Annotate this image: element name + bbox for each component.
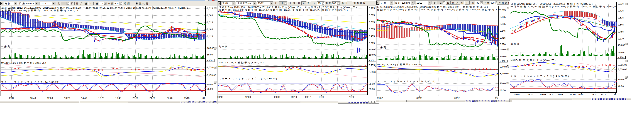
svg-text:8,630.00: 8,630.00 bbox=[500, 72, 509, 75]
svg-text:600: 600 bbox=[332, 2, 336, 5]
svg-text:T: T bbox=[466, 2, 468, 4]
svg-text:8,545: 8,545 bbox=[618, 23, 624, 26]
svg-text:8,815: 8,815 bbox=[618, 2, 624, 5]
svg-text:スロー・ストキャスティクス( 14, 3, 80, 20 ): スロー・ストキャスティクス( 14, 3, 80, 20 ) bbox=[218, 77, 277, 80]
svg-text:分: 分 bbox=[85, 2, 88, 5]
svg-text:8,415: 8,415 bbox=[207, 35, 213, 38]
svg-text:日: 日 bbox=[447, 2, 450, 4]
svg-text:09/07: 09/07 bbox=[514, 93, 520, 96]
svg-text:先物: 先物 bbox=[381, 2, 387, 4]
svg-text:分: 分 bbox=[96, 2, 99, 5]
svg-text:日経225mini 11/12( 5分, 2011/09/0: 日経225mini 11/12( 5分, 2011/09/08 - 2011/0… bbox=[2, 7, 190, 9]
svg-text:20:00: 20:00 bbox=[274, 96, 280, 98]
svg-text:足: 足 bbox=[275, 2, 278, 5]
svg-text:移動平均( Close, 20 ) 移動平均( Clos: 移動平均( Close, 20 ) 移動平均( Close, 5 ) 移動平均(… bbox=[218, 9, 348, 11]
svg-text:150.00: 150.00 bbox=[369, 53, 376, 56]
svg-text:MACD( 12, 26, 9 ) 移動平均( Clos: MACD( 12, 26, 9 ) 移動平均( Close, 75 ) bbox=[377, 63, 422, 66]
svg-text:09/09: 09/09 bbox=[416, 97, 422, 99]
svg-text:× 100: × 100 bbox=[618, 56, 624, 59]
svg-text:先物: 先物 bbox=[5, 2, 11, 5]
svg-text:出来高: 出来高 bbox=[1, 45, 11, 48]
svg-text:本数: 本数 bbox=[326, 2, 332, 5]
svg-text:13:20: 13:20 bbox=[64, 97, 70, 99]
svg-text:一目均衡表( 9, 26, 52 ) 移動平均( Clo: 一目均衡表( 9, 26, 52 ) 移動平均( Close, 150 ) 移動… bbox=[510, 5, 617, 8]
svg-text:T: T bbox=[308, 2, 309, 5]
svg-text:10:40: 10:40 bbox=[30, 97, 36, 99]
svg-text:8,725: 8,725 bbox=[500, 16, 506, 18]
svg-text:8,635: 8,635 bbox=[500, 23, 506, 25]
svg-text:出来高: 出来高 bbox=[218, 45, 228, 48]
svg-text:適用: 適用 bbox=[342, 2, 348, 5]
svg-text:8,535: 8,535 bbox=[369, 28, 375, 31]
svg-text:30: 30 bbox=[476, 2, 479, 4]
svg-text:スロー・ストキャスティクス( 14, 3, 80, 20 ): スロー・ストキャスティクス( 14, 3, 80, 20 ) bbox=[510, 75, 569, 77]
svg-text:適用: 適用 bbox=[124, 2, 130, 5]
svg-text:16:30: 16:30 bbox=[570, 93, 576, 96]
svg-text:550.00: 550.00 bbox=[500, 48, 507, 51]
svg-text:8,370: 8,370 bbox=[500, 43, 506, 46]
svg-text:× 100: × 100 bbox=[500, 60, 506, 62]
svg-text:12:00: 12:00 bbox=[47, 97, 53, 99]
svg-text:09/09: 09/09 bbox=[217, 96, 223, 98]
svg-text:日経225mini 11/12( 15分, 2011/09/: 日経225mini 11/12( 15分, 2011/09/05 - 2011/… bbox=[218, 6, 357, 9]
svg-text:15: 15 bbox=[318, 2, 320, 5]
svg-text:スロー・ストキャスティクス( 14, 3, 80, 20 ): スロー・ストキャスティクス( 14, 3, 80, 20 ) bbox=[1, 81, 60, 83]
svg-text:8,470.00: 8,470.00 bbox=[207, 74, 216, 77]
svg-text:本数: 本数 bbox=[108, 2, 114, 5]
svg-text:× 100: × 100 bbox=[207, 59, 212, 62]
svg-text:8,375: 8,375 bbox=[369, 42, 375, 45]
svg-text:100.00: 100.00 bbox=[500, 82, 507, 85]
svg-text:09/10: 09/10 bbox=[454, 97, 460, 99]
svg-text:週: 週 bbox=[452, 2, 455, 4]
svg-text:8,615: 8,615 bbox=[369, 21, 375, 24]
svg-text:日経225mini: 日経225mini bbox=[395, 2, 410, 4]
svg-text:22:40: 22:40 bbox=[167, 97, 173, 99]
svg-text:21:20: 21:20 bbox=[150, 97, 156, 99]
svg-text:09/13: 09/13 bbox=[600, 93, 606, 96]
svg-text:11/12: 11/12 bbox=[258, 2, 264, 5]
svg-text:16:30: 16:30 bbox=[548, 93, 554, 96]
svg-text:分: 分 bbox=[472, 2, 475, 4]
svg-text:5: 5 bbox=[102, 2, 103, 5]
svg-text:09/10: 09/10 bbox=[578, 93, 584, 96]
svg-text:8,545: 8,545 bbox=[500, 29, 506, 32]
svg-text:09/: 09/ bbox=[495, 97, 498, 99]
svg-text:先物: 先物 bbox=[222, 2, 228, 5]
svg-text:09/10: 09/10 bbox=[291, 96, 297, 98]
svg-text:日経225mini 11/12( 60分, 2011/09/: 日経225mini 11/12( 60分, 2011/09/05 - 2011/… bbox=[510, 3, 592, 5]
svg-text:8,370: 8,370 bbox=[618, 37, 624, 40]
svg-text:09/07: 09/07 bbox=[377, 97, 383, 99]
svg-text:35.00: 35.00 bbox=[369, 88, 375, 90]
svg-text:日: 日 bbox=[71, 2, 74, 5]
svg-text:8,455: 8,455 bbox=[369, 35, 375, 38]
svg-text:09/09: 09/09 bbox=[557, 93, 563, 96]
svg-text:8,455: 8,455 bbox=[618, 30, 624, 33]
svg-text:35.00: 35.00 bbox=[207, 88, 213, 90]
svg-text:09/08: 09/08 bbox=[540, 93, 546, 96]
svg-text:750.00: 750.00 bbox=[618, 44, 625, 47]
svg-text:× 100: × 100 bbox=[369, 59, 374, 62]
svg-text:8,775: 8,775 bbox=[369, 7, 375, 10]
svg-text:600: 600 bbox=[114, 2, 118, 5]
svg-text:600: 600 bbox=[490, 2, 494, 4]
svg-text:250.00: 250.00 bbox=[618, 51, 625, 54]
svg-text:1: 1 bbox=[440, 2, 442, 4]
svg-text:月: 月 bbox=[80, 2, 84, 5]
svg-text:複数銘柄: 複数銘柄 bbox=[136, 2, 149, 5]
svg-text:09/13: 09/13 bbox=[184, 97, 190, 99]
svg-text:8,725: 8,725 bbox=[618, 9, 624, 12]
svg-text:本数: 本数 bbox=[484, 2, 490, 4]
svg-text:出来高: 出来高 bbox=[510, 43, 520, 45]
svg-text:65.00: 65.00 bbox=[207, 53, 213, 56]
svg-text:165.00: 165.00 bbox=[207, 47, 214, 50]
svg-text:足: 足 bbox=[434, 2, 437, 4]
svg-text:20:00: 20:00 bbox=[132, 97, 138, 99]
svg-text:移動平均( Close, 150 ) 移動平均( Clo: 移動平均( Close, 150 ) 移動平均( Close, 20 ) 移動平… bbox=[377, 8, 502, 11]
svg-text:日経225mini: 日経225mini bbox=[237, 2, 251, 5]
svg-text:16:30: 16:30 bbox=[527, 93, 533, 96]
svg-text:MACD( 12, 26, 9 ) 移動平均( Clos: MACD( 12, 26, 9 ) 移動平均( Close, 75 ) bbox=[510, 59, 556, 62]
svg-text:14:40: 14:40 bbox=[81, 97, 87, 99]
svg-text:日経225mini: 日経225mini bbox=[19, 2, 34, 5]
svg-text:8,515: 8,515 bbox=[207, 21, 213, 24]
svg-text:95.00: 95.00 bbox=[207, 83, 213, 86]
